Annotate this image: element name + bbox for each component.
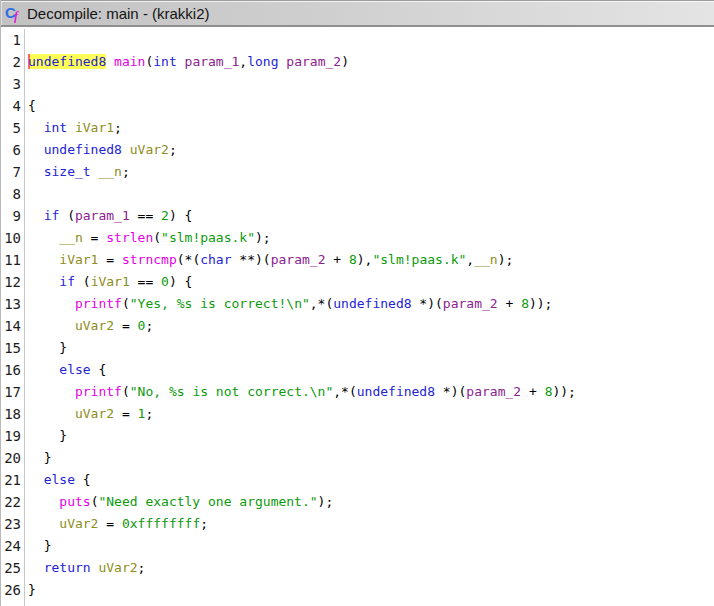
code-token[interactable]: ); <box>498 252 514 267</box>
code-token[interactable]: = <box>114 406 137 421</box>
code-line-content[interactable]: printf("No, %s is not correct.\n",*(unde… <box>25 381 576 403</box>
code-token[interactable] <box>28 472 44 487</box>
code-token[interactable]: uVar2 <box>98 560 137 575</box>
code-token[interactable]: ; <box>114 120 122 135</box>
code-token[interactable]: ), <box>357 252 373 267</box>
code-token[interactable]: "Yes, %s is correct!\n" <box>130 296 310 311</box>
code-token[interactable] <box>28 560 44 575</box>
code-token[interactable]: printf <box>75 296 122 311</box>
code-token[interactable]: param_2 <box>286 54 341 69</box>
code-token[interactable]: undefined8 <box>357 384 435 399</box>
code-token[interactable]: if <box>44 208 60 223</box>
code-token[interactable]: param_2 <box>443 296 498 311</box>
code-line-content[interactable]: else { <box>25 359 106 381</box>
code-line-content[interactable]: __n = strlen("slm!paas.k"); <box>25 227 271 249</box>
code-token[interactable]: long <box>247 54 278 69</box>
code-token[interactable] <box>122 142 130 157</box>
code-line-content[interactable]: else { <box>25 469 91 491</box>
code-line-content[interactable]: uVar2 = 0; <box>25 315 153 337</box>
code-token[interactable]: ); <box>255 230 271 245</box>
code-line-content[interactable]: } <box>25 579 36 601</box>
code-token[interactable]: ; <box>138 560 146 575</box>
code-token[interactable] <box>177 54 185 69</box>
code-token[interactable]: size_t <box>44 164 91 179</box>
code-token[interactable] <box>28 120 44 135</box>
code-line-content[interactable]: undefined8 uVar2; <box>25 139 177 161</box>
code-token[interactable]: == <box>130 208 161 223</box>
code-token[interactable]: == <box>130 274 161 289</box>
code-token[interactable]: ; <box>169 142 177 157</box>
code-token[interactable]: )); <box>529 296 552 311</box>
code-token[interactable]: { <box>75 472 91 487</box>
code-token[interactable]: , <box>466 252 474 267</box>
code-token[interactable]: param_1 <box>185 54 240 69</box>
code-token[interactable]: ; <box>122 164 130 179</box>
code-token[interactable]: iVar1 <box>75 120 114 135</box>
code-token[interactable]: ( <box>75 274 91 289</box>
code-line-content[interactable]: uVar2 = 0xffffffff; <box>25 513 208 535</box>
code-line-content[interactable]: } <box>25 337 67 359</box>
code-token[interactable]: "No, %s is not correct.\n" <box>130 384 334 399</box>
code-token[interactable]: 2 <box>161 208 169 223</box>
code-token[interactable]: *)( <box>412 296 443 311</box>
code-token[interactable] <box>28 296 75 311</box>
code-token[interactable]: int <box>153 54 176 69</box>
code-token[interactable]: ( <box>59 208 75 223</box>
code-line-content[interactable]: uVar2 = 1; <box>25 403 153 425</box>
code-line-content[interactable]: return uVar2; <box>25 557 145 579</box>
code-token[interactable]: param_2 <box>271 252 326 267</box>
code-line-content[interactable]: iVar1 = strncmp(*(char **)(param_2 + 8),… <box>25 249 513 271</box>
code-token[interactable]: (*( <box>177 252 200 267</box>
code-token[interactable]: main <box>114 54 145 69</box>
code-token[interactable]: param_1 <box>75 208 130 223</box>
code-token[interactable]: ) { <box>169 208 192 223</box>
code-token[interactable]: puts <box>59 494 90 509</box>
code-token[interactable] <box>28 142 44 157</box>
decompiler-code-area[interactable]: 12undefined8 main(int param_1,long param… <box>1 27 714 606</box>
code-line-content[interactable] <box>25 29 28 51</box>
code-token[interactable]: undefined8 <box>44 142 122 157</box>
code-token[interactable]: else <box>59 362 90 377</box>
code-token[interactable]: iVar1 <box>59 252 98 267</box>
code-token[interactable]: } <box>28 538 51 553</box>
code-token[interactable]: uVar2 <box>75 318 114 333</box>
code-token[interactable]: { <box>91 362 107 377</box>
code-token[interactable]: uVar2 <box>59 516 98 531</box>
code-token[interactable]: else <box>44 472 75 487</box>
code-token[interactable]: undefined8 <box>333 296 411 311</box>
code-line-content[interactable]: puts("Need exactly one argument."); <box>25 491 333 513</box>
code-token[interactable] <box>67 120 75 135</box>
code-line-content[interactable] <box>25 73 28 95</box>
code-token[interactable]: 0xffffffff <box>122 516 200 531</box>
code-token[interactable]: 8 <box>521 296 529 311</box>
code-token[interactable] <box>106 54 114 69</box>
code-line-content[interactable]: } <box>25 535 51 557</box>
code-line-content[interactable] <box>25 601 28 606</box>
code-token[interactable]: = <box>98 252 121 267</box>
code-token[interactable]: **)( <box>232 252 271 267</box>
code-token[interactable]: = <box>114 318 137 333</box>
code-token[interactable] <box>28 406 75 421</box>
code-token[interactable]: ; <box>145 406 153 421</box>
code-line-content[interactable]: undefined8 main(int param_1,long param_2… <box>25 51 349 73</box>
code-line-content[interactable]: } <box>25 425 67 447</box>
code-token[interactable]: } <box>28 428 67 443</box>
code-token[interactable] <box>28 208 44 223</box>
code-token[interactable] <box>28 274 59 289</box>
code-token[interactable]: ) <box>341 54 349 69</box>
code-token[interactable]: ,*( <box>310 296 333 311</box>
highlighted-token[interactable]: undefined8 <box>28 54 106 69</box>
code-token[interactable]: ( <box>122 384 130 399</box>
code-token[interactable]: param_2 <box>466 384 521 399</box>
code-token[interactable]: "slm!paas.k" <box>372 252 466 267</box>
code-token[interactable]: ; <box>200 516 208 531</box>
code-token[interactable]: int <box>44 120 67 135</box>
decompiler-titlebar[interactable]: C f Decompile: main - (krakki2) <box>1 0 714 27</box>
code-line-content[interactable]: printf("Yes, %s is correct!\n",*(undefin… <box>25 293 552 315</box>
code-token[interactable]: = <box>98 516 121 531</box>
code-token[interactable]: } <box>28 450 51 465</box>
code-token[interactable] <box>28 230 59 245</box>
code-token[interactable] <box>28 318 75 333</box>
code-token[interactable]: __n <box>59 230 82 245</box>
code-token[interactable]: "slm!paas.k" <box>161 230 255 245</box>
